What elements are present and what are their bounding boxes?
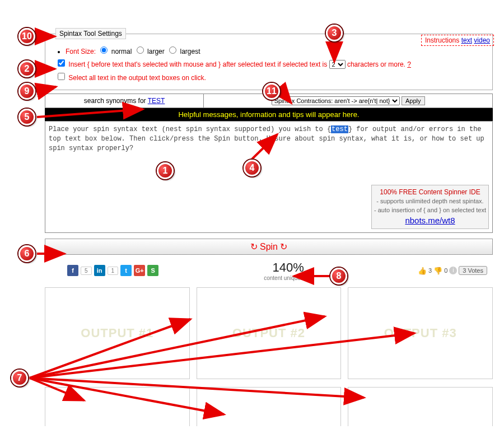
instructions-label: Instructions — [425, 36, 459, 44]
badge-6: 6 — [18, 245, 35, 262]
insert-braces-label-2: characters or more. — [347, 60, 405, 68]
promo-line-2: - auto insertion of { and } on selected … — [374, 206, 486, 214]
badge-1: 1 — [157, 162, 174, 179]
output-5[interactable] — [197, 387, 342, 426]
promo-box: 100% FREE Content Spinner IDE - supports… — [371, 185, 489, 229]
font-normal-radio[interactable] — [100, 46, 108, 54]
promo-title: 100% FREE Content Spinner IDE — [374, 188, 486, 197]
badge-2: 2 — [18, 60, 35, 77]
badge-9: 9 — [18, 83, 35, 100]
synonym-word-link[interactable]: TEST — [148, 97, 165, 105]
insert-braces-label-1: Insert { before text that's selected wit… — [68, 60, 327, 68]
outputs-row-1: OUTPUT #1 OUTPUT #2 OUTPUT #3 — [45, 287, 493, 379]
badge-3: 3 — [326, 25, 343, 41]
twitter-icon[interactable]: t — [120, 265, 132, 276]
input-textarea[interactable]: Place your spin syntax text (nest spin s… — [45, 121, 493, 233]
font-largest-option[interactable]: largest — [166, 48, 200, 55]
message-bar: Helpful messages, information and tips w… — [45, 108, 493, 121]
outputs-row-2 — [45, 387, 493, 426]
output-1[interactable]: OUTPUT #1 — [45, 287, 190, 379]
badge-4: 4 — [244, 160, 260, 176]
votes-box: 👍3 👎0 i 3 Votes — [418, 266, 487, 275]
settings-legend: Spintax Tool Settings — [55, 28, 126, 39]
instructions-box: Instructions text video — [421, 35, 494, 46]
sharethis-icon[interactable]: S — [147, 265, 158, 276]
thumbs-up-icon[interactable]: 👍 — [418, 267, 427, 275]
share-bar: f 5 in 1 t G+ S — [67, 265, 158, 276]
googleplus-icon[interactable]: G+ — [134, 265, 145, 276]
votes-button[interactable]: 3 Votes — [459, 266, 487, 275]
select-all-checkbox[interactable] — [58, 73, 65, 80]
instructions-text-link[interactable]: text — [461, 36, 472, 44]
apply-button[interactable]: Apply — [402, 96, 425, 105]
badge-7: 7 — [11, 370, 28, 386]
info-icon[interactable]: i — [449, 267, 457, 274]
font-size-label: Font Size: — [66, 48, 96, 55]
output-3[interactable]: OUTPUT #3 — [348, 287, 493, 379]
badge-8: 8 — [330, 268, 347, 284]
select-all-label: Select all text in the output text boxes… — [68, 74, 206, 82]
font-normal-option[interactable]: normal — [97, 48, 132, 55]
font-larger-radio[interactable] — [137, 46, 144, 54]
output-2[interactable]: OUTPUT #2 — [197, 287, 342, 379]
insert-braces-checkbox[interactable] — [58, 59, 65, 67]
highlighted-word: test — [331, 125, 348, 133]
instructions-video-link[interactable]: video — [474, 36, 490, 44]
promo-line-1: - supports unlimited depth nest spintax. — [374, 197, 486, 206]
badge-11: 11 — [263, 83, 280, 100]
output-4[interactable] — [45, 387, 190, 426]
metrics-row: f 5 in 1 t G+ S 140% content uniqueness … — [45, 259, 493, 282]
help-link[interactable]: ? — [407, 60, 411, 68]
output-6[interactable] — [348, 387, 493, 426]
linkedin-count: 1 — [108, 267, 119, 275]
insert-count-select[interactable]: 2 — [329, 60, 346, 69]
uniqueness-percent: 140% — [158, 260, 418, 275]
facebook-icon[interactable]: f — [67, 265, 78, 276]
synonym-cell: search synonyms for TEST — [45, 94, 204, 108]
badge-10: 10 — [18, 28, 35, 45]
badge-5: 5 — [18, 109, 35, 125]
linkedin-icon[interactable]: in — [94, 265, 105, 276]
contraction-cell: Spintax Contractions: aren't -> are{n't|… — [204, 94, 493, 108]
font-larger-option[interactable]: larger — [134, 48, 165, 55]
spin-button[interactable]: ↻ Spin ↻ — [45, 239, 493, 255]
font-largest-radio[interactable] — [169, 46, 176, 54]
down-count: 0 — [444, 267, 447, 274]
promo-link[interactable]: nbots.me/wt8 — [405, 216, 455, 225]
uniqueness-label: content uniqueness — [158, 275, 418, 281]
facebook-count: 5 — [81, 267, 92, 275]
contraction-select[interactable]: Spintax Contractions: aren't -> are{n't|… — [272, 96, 400, 105]
synonym-label: search synonyms for — [84, 97, 146, 105]
input-text-content: Place your spin syntax text (nest spin s… — [45, 122, 492, 156]
thumbs-down-icon[interactable]: 👎 — [433, 267, 442, 275]
up-count: 3 — [428, 267, 432, 274]
